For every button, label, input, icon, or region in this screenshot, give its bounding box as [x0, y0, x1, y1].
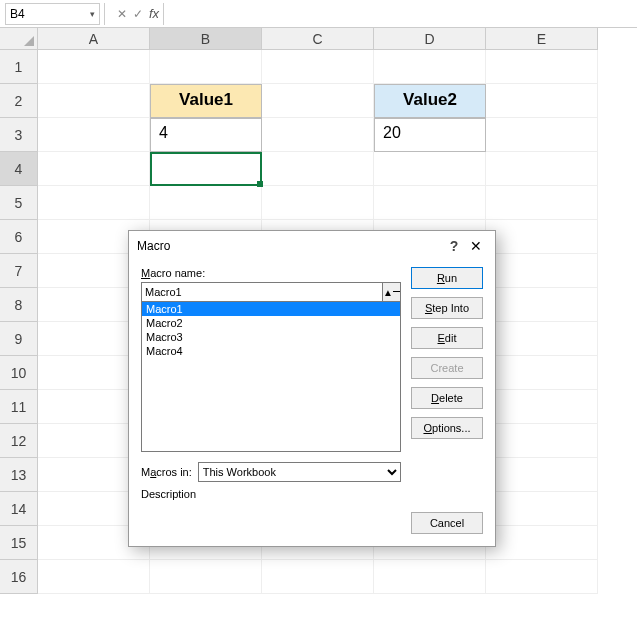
dialog-titlebar[interactable]: Macro ? ✕ [129, 231, 495, 261]
delete-button[interactable]: Delete [411, 387, 483, 409]
cell-B16[interactable] [150, 560, 262, 594]
macro-list[interactable]: Macro1 Macro2 Macro3 Macro4 [141, 302, 401, 452]
run-button[interactable]: Run [411, 267, 483, 289]
row-header-9[interactable]: 9 [0, 322, 38, 356]
cancel-formula-icon[interactable]: ✕ [117, 7, 127, 21]
row-header-12[interactable]: 12 [0, 424, 38, 458]
cell-D3[interactable]: 20 [374, 118, 486, 152]
cell-E12[interactable] [486, 424, 598, 458]
row-header-10[interactable]: 10 [0, 356, 38, 390]
cell-B5[interactable] [150, 186, 262, 220]
cell-C4[interactable] [262, 152, 374, 186]
macros-in-label: Macros in: [141, 466, 192, 478]
macro-name-label: Macro name: [141, 267, 401, 279]
macros-in-select[interactable]: This Workbook [198, 462, 401, 482]
macro-list-item[interactable]: Macro4 [142, 344, 400, 358]
column-header-B[interactable]: B [150, 28, 262, 50]
cell-A4[interactable] [38, 152, 150, 186]
cell-B3[interactable]: 4 [150, 118, 262, 152]
cell-E8[interactable] [486, 288, 598, 322]
column-header-D[interactable]: D [374, 28, 486, 50]
cell-B1[interactable] [150, 50, 262, 84]
separator [163, 3, 164, 25]
row-header-15[interactable]: 15 [0, 526, 38, 560]
cancel-button[interactable]: Cancel [411, 512, 483, 534]
row-header-5[interactable]: 5 [0, 186, 38, 220]
cell-E6[interactable] [486, 220, 598, 254]
cell-E1[interactable] [486, 50, 598, 84]
help-icon[interactable]: ? [443, 238, 465, 254]
cell-E13[interactable] [486, 458, 598, 492]
dialog-title: Macro [137, 239, 443, 253]
macro-name-input[interactable] [141, 282, 383, 302]
cell-C1[interactable] [262, 50, 374, 84]
scroll-top-icon[interactable]: ▲ [383, 282, 401, 302]
cell-A5[interactable] [38, 186, 150, 220]
cell-E14[interactable] [486, 492, 598, 526]
row-header-16[interactable]: 16 [0, 560, 38, 594]
confirm-formula-icon[interactable]: ✓ [133, 7, 143, 21]
row-header-3[interactable]: 3 [0, 118, 38, 152]
column-header-C[interactable]: C [262, 28, 374, 50]
row-header-4[interactable]: 4 [0, 152, 38, 186]
cell-D1[interactable] [374, 50, 486, 84]
description-label: Description [141, 488, 401, 500]
row-header-8[interactable]: 8 [0, 288, 38, 322]
macro-list-item[interactable]: Macro2 [142, 316, 400, 330]
row-header-7[interactable]: 7 [0, 254, 38, 288]
cell-E15[interactable] [486, 526, 598, 560]
column-header-E[interactable]: E [486, 28, 598, 50]
name-box[interactable]: B4 ▾ [5, 3, 100, 25]
cell-E5[interactable] [486, 186, 598, 220]
row-header-14[interactable]: 14 [0, 492, 38, 526]
cell-E16[interactable] [486, 560, 598, 594]
edit-button[interactable]: Edit [411, 327, 483, 349]
name-box-value: B4 [10, 7, 90, 21]
cell-B4[interactable] [150, 152, 262, 186]
cell-E4[interactable] [486, 152, 598, 186]
cell-E7[interactable] [486, 254, 598, 288]
row-header-13[interactable]: 13 [0, 458, 38, 492]
step-into-button[interactable]: Step Into [411, 297, 483, 319]
cell-E9[interactable] [486, 322, 598, 356]
row-header-11[interactable]: 11 [0, 390, 38, 424]
column-header-A[interactable]: A [38, 28, 150, 50]
insert-function-button[interactable]: fx [149, 6, 159, 21]
macro-list-item[interactable]: Macro1 [142, 302, 400, 316]
cell-E3[interactable] [486, 118, 598, 152]
formula-controls: ✕ ✓ fx [117, 6, 159, 21]
close-icon[interactable]: ✕ [465, 238, 487, 254]
row-header-2[interactable]: 2 [0, 84, 38, 118]
cell-D4[interactable] [374, 152, 486, 186]
formula-bar: B4 ▾ ✕ ✓ fx [0, 0, 637, 28]
cell-E10[interactable] [486, 356, 598, 390]
column-header-row: A B C D E [0, 28, 637, 50]
select-all-corner[interactable] [0, 28, 38, 50]
cell-B2[interactable]: Value1 [150, 84, 262, 118]
cell-A3[interactable] [38, 118, 150, 152]
cell-E11[interactable] [486, 390, 598, 424]
macro-list-item[interactable]: Macro3 [142, 330, 400, 344]
cell-E2[interactable] [486, 84, 598, 118]
options-button[interactable]: Options... [411, 417, 483, 439]
cell-D5[interactable] [374, 186, 486, 220]
cell-A16[interactable] [38, 560, 150, 594]
create-button: Create [411, 357, 483, 379]
cell-A1[interactable] [38, 50, 150, 84]
cell-C5[interactable] [262, 186, 374, 220]
row-header-6[interactable]: 6 [0, 220, 38, 254]
cell-D2[interactable]: Value2 [374, 84, 486, 118]
cell-C2[interactable] [262, 84, 374, 118]
macro-dialog: Macro ? ✕ Macro name: ▲ Macro1 Macro2 Ma… [128, 230, 496, 547]
row-header-1[interactable]: 1 [0, 50, 38, 84]
cell-A2[interactable] [38, 84, 150, 118]
cell-C16[interactable] [262, 560, 374, 594]
separator [104, 3, 105, 25]
cell-D16[interactable] [374, 560, 486, 594]
chevron-down-icon[interactable]: ▾ [90, 9, 95, 19]
cell-C3[interactable] [262, 118, 374, 152]
